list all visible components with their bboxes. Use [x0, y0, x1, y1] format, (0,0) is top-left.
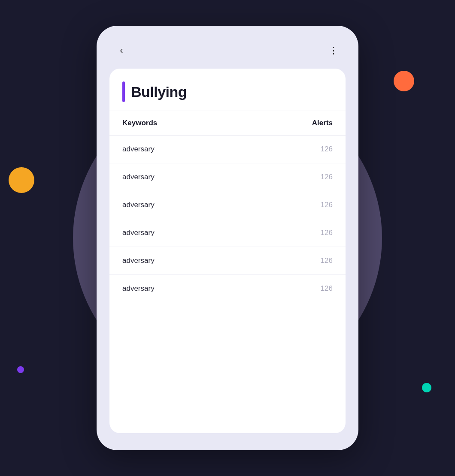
keyword-cell: adversary [122, 173, 155, 181]
phone-shell: ‹ ⋮ Bullying Keywords Alerts adversary12… [97, 26, 358, 450]
keyword-cell: adversary [122, 284, 155, 293]
table-row[interactable]: adversary126 [109, 219, 346, 247]
alert-count-cell: 126 [321, 173, 333, 181]
dot-purple [17, 366, 24, 373]
table-row[interactable]: adversary126 [109, 247, 346, 275]
dot-teal [422, 383, 431, 392]
col-keywords-label: Keywords [122, 119, 157, 127]
table-body: adversary126adversary126adversary126adve… [109, 136, 346, 433]
main-card: Bullying Keywords Alerts adversary126adv… [109, 69, 346, 433]
alert-count-cell: 126 [321, 145, 333, 154]
alert-count-cell: 126 [321, 256, 333, 265]
table-header: Keywords Alerts [109, 111, 346, 136]
accent-bar [122, 81, 125, 102]
table-row[interactable]: adversary126 [109, 163, 346, 191]
keyword-cell: adversary [122, 201, 155, 209]
keyword-cell: adversary [122, 229, 155, 237]
col-alerts-label: Alerts [312, 119, 333, 127]
keyword-cell: adversary [122, 256, 155, 265]
table-row[interactable]: adversary126 [109, 275, 346, 302]
table-row[interactable]: adversary126 [109, 136, 346, 163]
table-row[interactable]: adversary126 [109, 191, 346, 219]
more-button[interactable]: ⋮ [326, 43, 341, 58]
top-bar: ‹ ⋮ [109, 43, 346, 58]
back-button[interactable]: ‹ [114, 43, 129, 58]
card-header: Bullying [109, 69, 346, 111]
dot-orange [394, 71, 414, 91]
page-title: Bullying [131, 84, 187, 100]
keyword-cell: adversary [122, 145, 155, 154]
alert-count-cell: 126 [321, 201, 333, 209]
dot-yellow [9, 167, 34, 193]
alert-count-cell: 126 [321, 284, 333, 293]
alert-count-cell: 126 [321, 229, 333, 237]
